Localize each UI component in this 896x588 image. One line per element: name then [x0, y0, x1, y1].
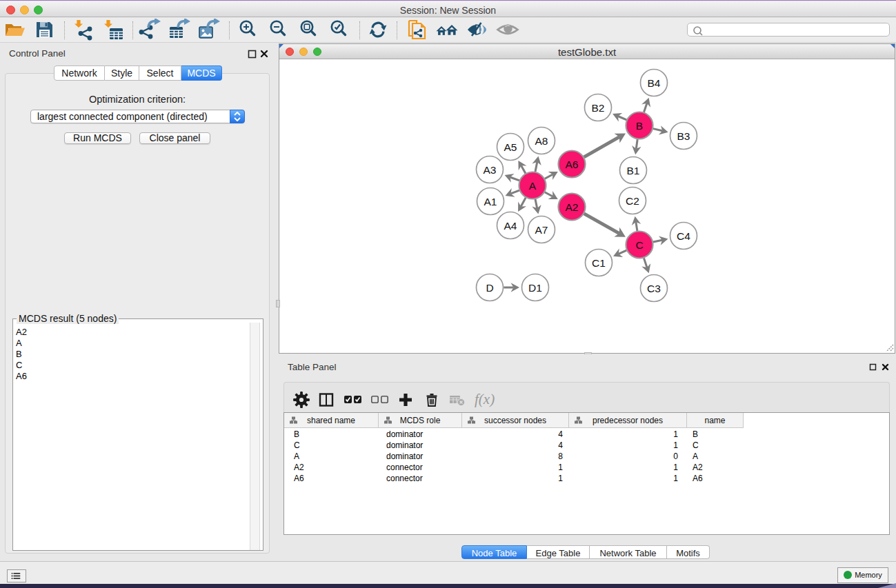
svg-text:D1: D1 [528, 282, 542, 294]
svg-text:A2: A2 [566, 201, 579, 213]
svg-text:B4: B4 [648, 77, 661, 89]
svg-text:C2: C2 [626, 195, 639, 207]
svg-text:C: C [635, 239, 643, 251]
svg-text:D: D [486, 282, 493, 294]
svg-text:A3: A3 [484, 164, 497, 176]
svg-text:B: B [636, 120, 643, 132]
svg-text:C4: C4 [677, 230, 690, 242]
svg-text:B3: B3 [677, 130, 690, 142]
svg-text:A8: A8 [535, 135, 548, 147]
svg-text:C3: C3 [647, 283, 661, 294]
svg-text:A5: A5 [504, 141, 517, 153]
svg-text:C1: C1 [592, 257, 606, 269]
svg-text:A7: A7 [535, 224, 548, 236]
svg-text:B1: B1 [627, 165, 640, 176]
svg-text:A1: A1 [484, 196, 497, 207]
svg-text:A6: A6 [566, 159, 579, 170]
svg-text:B2: B2 [592, 102, 605, 114]
svg-text:A: A [529, 180, 537, 192]
svg-text:A4: A4 [504, 220, 517, 232]
